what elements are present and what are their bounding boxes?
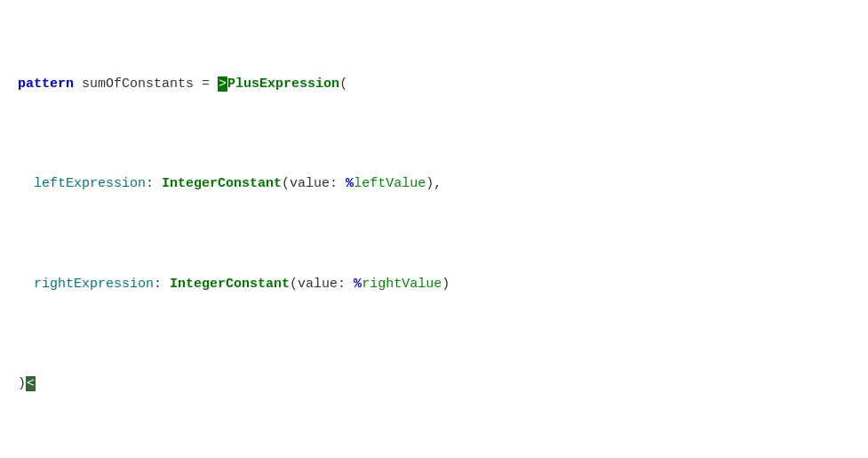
indent2 xyxy=(18,176,34,191)
paren-value2: (value: xyxy=(290,277,354,292)
code-line-2: leftExpression: IntegerConstant(value: %… xyxy=(18,174,850,195)
pct1: % xyxy=(346,176,354,191)
class-IntegerConstant2: IntegerConstant xyxy=(170,277,290,292)
class-PlusExpression: PlusExpression xyxy=(227,76,339,92)
pct2: % xyxy=(354,277,362,292)
field-rightExpression: rightExpression xyxy=(34,277,154,292)
highlight-gt1: > xyxy=(218,76,227,92)
paren-value1: (value: xyxy=(282,176,346,191)
highlight-lt1: < xyxy=(26,376,36,391)
colon1: : xyxy=(146,176,162,191)
var-rightValue: rightValue xyxy=(362,277,442,292)
code-line-3: rightExpression: IntegerConstant(value: … xyxy=(18,275,850,295)
paren-open: ( xyxy=(339,76,347,92)
var-leftValue: leftValue xyxy=(354,176,426,191)
code-line-4: )< xyxy=(18,374,850,395)
colon2: : xyxy=(154,277,170,292)
code-display: pattern sumOfConstants = >PlusExpression… xyxy=(18,14,850,458)
space xyxy=(74,76,82,92)
var-sumOfConstants: sumOfConstants xyxy=(82,76,194,92)
field-leftExpression: leftExpression xyxy=(34,176,146,191)
class-IntegerConstant1: IntegerConstant xyxy=(162,176,282,191)
close2: ) xyxy=(442,277,450,292)
indent3 xyxy=(18,277,34,292)
close1: ), xyxy=(426,176,442,191)
code-line-1: pattern sumOfConstants = >PlusExpression… xyxy=(18,75,850,95)
kw-pattern: pattern xyxy=(18,76,74,92)
close-paren: ) xyxy=(18,376,26,391)
equals: = xyxy=(194,76,218,92)
